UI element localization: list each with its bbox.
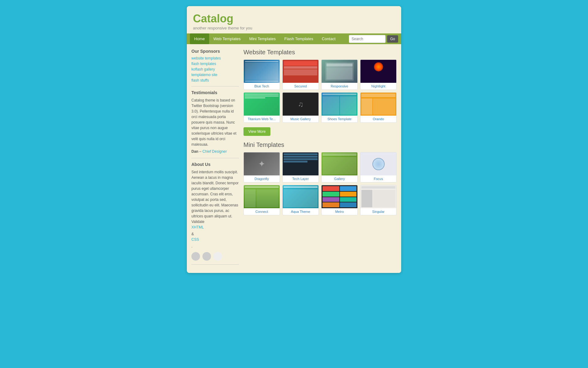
template-singular[interactable]: Singular xyxy=(360,185,397,215)
main-content: Website Templates Blue Tech xyxy=(243,49,397,268)
template-label-metro: Metro xyxy=(322,208,357,215)
about-title: About Us xyxy=(191,162,239,167)
testimonials-title: Testimonials xyxy=(191,90,239,95)
template-titanium[interactable]: Titanium Web Te... xyxy=(243,92,280,123)
mini-templates-grid: ✦ Dragonfly Tech Layer xyxy=(243,152,397,215)
nav-search-area: Go xyxy=(349,35,398,43)
template-label-singular: Singular xyxy=(360,208,396,215)
template-shoes[interactable]: Shoes Template xyxy=(321,92,358,123)
sponsor-link-5[interactable]: flash stuffs xyxy=(191,78,239,82)
sidebar-circle-2 xyxy=(202,252,211,261)
nav-flash-templates[interactable]: Flash Templates xyxy=(280,33,317,44)
nav-home[interactable]: Home xyxy=(190,33,209,44)
nav: Home Web Templates Mini Templates Flash … xyxy=(187,33,401,44)
template-nightlight[interactable]: Nightlight xyxy=(360,59,397,90)
template-label-orando: Orando xyxy=(360,116,396,122)
mini-templates-title: Mini Templates xyxy=(243,141,397,148)
template-focus[interactable]: Focus xyxy=(360,152,397,182)
nav-mini-templates[interactable]: Mini Templates xyxy=(245,33,280,44)
template-label-connect: Connect xyxy=(244,208,280,215)
sidebar-divider-1 xyxy=(191,86,239,86)
sidebar-circle-1 xyxy=(191,252,200,261)
nav-web-templates[interactable]: Web Templates xyxy=(209,33,245,44)
sidebar-divider-3 xyxy=(191,264,239,265)
template-connect[interactable]: Connect xyxy=(243,185,280,215)
sidebar-divider-2 xyxy=(191,158,239,158)
sponsor-link-3[interactable]: koflash gallery xyxy=(191,67,239,71)
template-label-focus: Focus xyxy=(360,175,396,182)
template-label-blue-tech: Blue Tech xyxy=(244,83,280,90)
sidebar: Our Sponsors website templates flash tem… xyxy=(191,49,239,268)
nav-contact[interactable]: Contact xyxy=(318,33,340,44)
template-responsive[interactable]: Responsive xyxy=(321,59,358,90)
search-go-button[interactable]: Go xyxy=(387,35,398,43)
template-orando[interactable]: Orando xyxy=(360,92,397,123)
template-label-aqua: Aqua Theme xyxy=(283,208,318,215)
template-secured[interactable]: Secured xyxy=(282,59,319,90)
site-subtitle: another responsive theme for you xyxy=(193,26,395,30)
app-container: Catalog another responsive theme for you… xyxy=(187,6,401,273)
focus-circle xyxy=(372,158,385,170)
template-label-responsive: Responsive xyxy=(322,83,357,90)
template-tech-layer[interactable]: Tech Layer xyxy=(282,152,319,182)
template-dragonfly[interactable]: ✦ Dragonfly xyxy=(243,152,280,182)
xhtml-link[interactable]: XHTML xyxy=(191,224,239,230)
sponsor-link-2[interactable]: flash templates xyxy=(191,62,239,66)
css-link[interactable]: CSS xyxy=(191,237,239,242)
website-templates-title: Website Templates xyxy=(243,49,397,56)
sidebar-circles xyxy=(191,252,239,261)
testimonials-text: Catalog theme is based on Twitter Bootst… xyxy=(191,98,239,147)
template-metro[interactable]: Metro xyxy=(321,185,358,215)
sponsors-title: Our Sponsors xyxy=(191,49,239,54)
author-role-link[interactable]: Chief Designer xyxy=(202,149,227,154)
about-text: Sed interdum mollis suscipit. Aenean a l… xyxy=(191,169,239,249)
template-label-nightlight: Nightlight xyxy=(360,83,396,90)
sidebar-circle-3 xyxy=(213,252,222,261)
site-title: Catalog xyxy=(193,12,395,25)
dragonfly-icon: ✦ xyxy=(258,159,265,169)
template-label-shoes: Shoes Template xyxy=(322,116,357,122)
template-music-gallery[interactable]: ♫ Music Gallery xyxy=(282,92,319,123)
template-blue-tech[interactable]: Blue Tech xyxy=(243,59,280,90)
template-label-dragonfly: Dragonfly xyxy=(244,175,280,182)
template-label-secured: Secured xyxy=(283,83,318,90)
template-label-tech-layer: Tech Layer xyxy=(283,175,318,182)
template-gallery[interactable]: Gallery xyxy=(321,152,358,182)
template-label-titanium: Titanium Web Te... xyxy=(244,116,280,122)
view-more-button[interactable]: View More xyxy=(243,127,270,136)
content-wrapper: Our Sponsors website templates flash tem… xyxy=(187,44,401,273)
sponsor-link-4[interactable]: templatemo site xyxy=(191,73,239,77)
template-label-gallery: Gallery xyxy=(322,175,357,182)
search-input[interactable] xyxy=(349,35,386,43)
template-aqua[interactable]: Aqua Theme xyxy=(282,185,319,215)
testimonials-author: Dan – Chief Designer xyxy=(191,149,239,154)
website-templates-grid: Blue Tech Secured xyxy=(243,59,397,123)
music-icon: ♫ xyxy=(298,100,303,109)
sponsor-link-1[interactable]: website templates xyxy=(191,56,239,60)
site-header: Catalog another responsive theme for you xyxy=(187,6,401,33)
template-label-music-gallery: Music Gallery xyxy=(283,116,318,122)
